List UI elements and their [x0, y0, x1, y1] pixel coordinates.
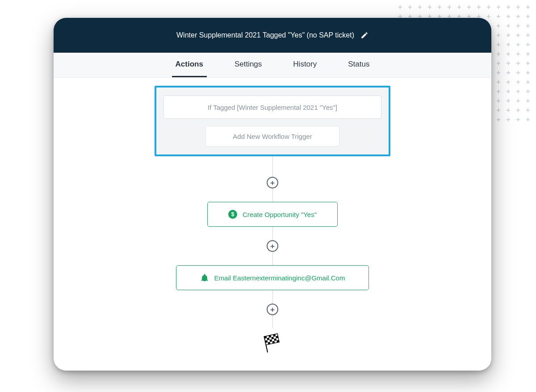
- workflow-canvas: If Tagged [Winter Supplemental 2021 "Yes…: [54, 78, 491, 371]
- dollar-icon: $: [228, 210, 237, 219]
- tab-nav: Actions Settings History Status: [54, 53, 491, 78]
- svg-rect-2: [264, 336, 267, 339]
- trigger-block: If Tagged [Winter Supplemental 2021 "Yes…: [155, 86, 390, 156]
- tab-actions[interactable]: Actions: [172, 53, 207, 77]
- add-trigger-button[interactable]: Add New Workflow Trigger: [205, 126, 339, 146]
- pencil-icon[interactable]: [360, 31, 368, 39]
- connector-line: [272, 315, 273, 329]
- svg-rect-5: [267, 338, 269, 340]
- titlebar: Winter Supplemental 2021 Tagged "Yes" (n…: [54, 18, 491, 53]
- svg-rect-11: [268, 342, 270, 345]
- connector-line: [272, 290, 273, 304]
- svg-rect-3: [268, 335, 271, 338]
- tab-settings[interactable]: Settings: [231, 53, 265, 77]
- action-send-email[interactable]: Email Easternexterminatinginc@Gmail.Com: [176, 265, 369, 290]
- tab-history[interactable]: History: [289, 53, 320, 77]
- svg-rect-4: [273, 334, 276, 337]
- svg-rect-7: [276, 336, 278, 338]
- add-step-button[interactable]: +: [267, 240, 278, 252]
- trigger-condition[interactable]: If Tagged [Winter Supplemental 2021 "Yes…: [163, 96, 381, 119]
- bell-icon: [200, 273, 209, 282]
- svg-rect-12: [272, 341, 275, 344]
- connector-line: [272, 156, 273, 177]
- connector-line: [272, 227, 273, 240]
- add-step-button[interactable]: +: [267, 177, 278, 188]
- connector-line: [272, 188, 273, 202]
- checkered-flag-icon: [263, 333, 282, 353]
- svg-rect-9: [269, 339, 272, 342]
- app-window: Winter Supplemental 2021 Tagged "Yes" (n…: [54, 18, 491, 371]
- action-label: Email Easternexterminatinginc@Gmail.Com: [214, 274, 345, 282]
- action-label: Create Opportunity "Yes": [243, 211, 317, 218]
- svg-rect-10: [274, 338, 276, 341]
- connector-line: [272, 252, 273, 265]
- add-step-button[interactable]: +: [267, 304, 278, 315]
- svg-rect-6: [271, 337, 274, 339]
- tab-status[interactable]: Status: [344, 53, 373, 77]
- workflow-title: Winter Supplemental 2021 Tagged "Yes" (n…: [176, 31, 354, 39]
- action-create-opportunity[interactable]: $ Create Opportunity "Yes": [207, 202, 338, 227]
- svg-rect-13: [276, 340, 279, 342]
- svg-rect-8: [265, 340, 268, 343]
- svg-rect-1: [264, 334, 279, 345]
